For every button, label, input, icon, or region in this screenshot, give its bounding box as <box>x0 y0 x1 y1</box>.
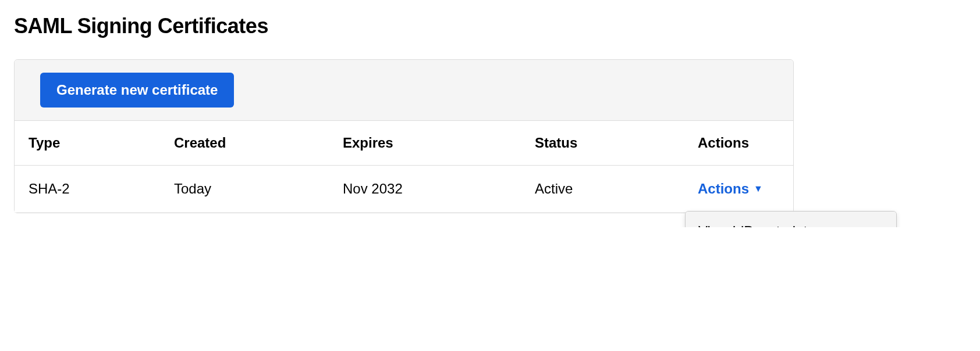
column-header-created: Created <box>160 121 329 166</box>
caret-down-icon: ▼ <box>754 184 763 194</box>
generate-new-certificate-button[interactable]: Generate new certificate <box>40 73 234 108</box>
cell-expires: Nov 2032 <box>329 166 521 213</box>
certificates-table: Type Created Expires Status Actions SHA-… <box>15 121 793 213</box>
column-header-actions: Actions <box>684 121 793 166</box>
cell-actions: Actions ▼ <box>684 166 793 213</box>
cell-status: Active <box>521 166 684 213</box>
cell-created: Today <box>160 166 329 213</box>
column-header-expires: Expires <box>329 121 521 166</box>
cell-type: SHA-2 <box>15 166 160 213</box>
dropdown-item-view-idp-metadata[interactable]: View IdP metadata <box>686 212 896 227</box>
column-header-type: Type <box>15 121 160 166</box>
row-actions-label: Actions <box>698 181 749 197</box>
column-header-status: Status <box>521 121 684 166</box>
row-actions-dropdown-menu: View IdP metadata Download certificate <box>685 211 897 227</box>
certificates-panel: Generate new certificate Type Created Ex… <box>14 59 794 213</box>
panel-toolbar: Generate new certificate <box>15 60 793 121</box>
table-row: SHA-2 Today Nov 2032 Active Actions ▼ <box>15 166 793 213</box>
row-actions-dropdown-trigger[interactable]: Actions ▼ <box>698 181 763 197</box>
section-title: SAML Signing Certificates <box>14 14 966 38</box>
